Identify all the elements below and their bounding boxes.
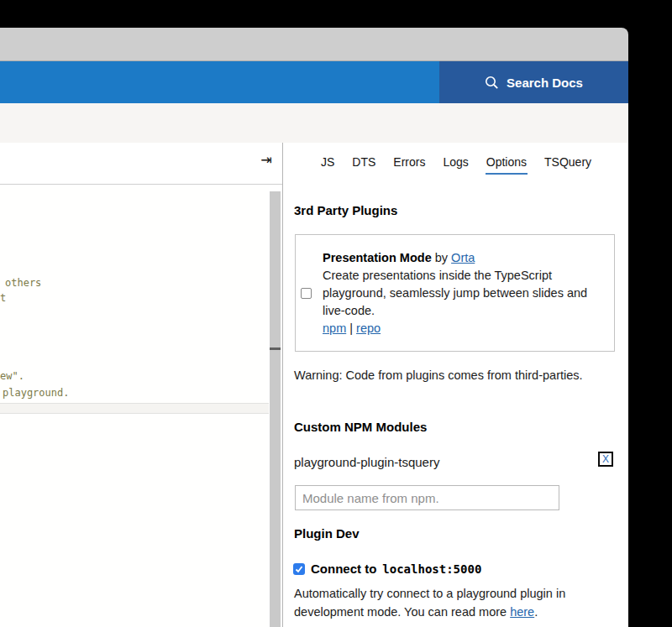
- top-navbar: Search Docs: [0, 61, 628, 103]
- sidebar-collapse-icon[interactable]: ⇥: [261, 154, 272, 167]
- search-docs-label: Search Docs: [507, 76, 583, 90]
- tab-dts[interactable]: DTS: [351, 154, 376, 175]
- code-fragment: playground.: [3, 387, 69, 399]
- code-fragment: t: [0, 292, 6, 304]
- connect-localhost-row: Connect to localhost:5000: [293, 562, 481, 576]
- tab-options[interactable]: Options: [486, 154, 528, 175]
- search-docs-button[interactable]: Search Docs: [439, 61, 628, 103]
- tab-tsquery[interactable]: TSQuery: [543, 154, 592, 175]
- code-fragment: others: [5, 277, 41, 289]
- plugin-enable-checkbox[interactable]: [301, 288, 312, 299]
- editor-toolbar: ⇥: [0, 143, 282, 185]
- scrollbar-marker: [270, 347, 281, 350]
- connect-label: Connect to: [311, 562, 376, 576]
- remove-module-button[interactable]: X: [598, 452, 613, 467]
- screen: Search Docs ⇥ others t ew". playground. …: [0, 0, 672, 627]
- editor-scrollbar[interactable]: [270, 191, 281, 627]
- plugin-title: Presentation Mode: [323, 251, 432, 264]
- plugin-repo-link[interactable]: repo: [356, 321, 381, 335]
- plugin-by-label: by: [435, 251, 448, 264]
- window-titlebar: [0, 28, 628, 61]
- plugins-warning-text: Warning: Code from plugins comes from th…: [294, 366, 591, 384]
- plugin-links: npm | repo: [323, 320, 591, 337]
- editor-section-band: [0, 403, 269, 414]
- tab-errors[interactable]: Errors: [392, 154, 426, 175]
- tab-logs[interactable]: Logs: [442, 154, 469, 175]
- plugin-dev-here-link[interactable]: here: [510, 605, 534, 619]
- plugin-description: Create presentations inside the TypeScri…: [323, 267, 591, 320]
- third-party-plugins-heading: 3rd Party Plugins: [294, 203, 397, 217]
- code-editor-pane: ⇥ others t ew". playground.: [0, 143, 282, 627]
- subnav-band: [0, 103, 628, 143]
- tab-js[interactable]: JS: [320, 154, 335, 175]
- connect-checkbox-checked[interactable]: [293, 563, 305, 575]
- plugin-dev-description-period: .: [534, 605, 538, 619]
- custom-module-name: playground-plugin-tsquery: [294, 455, 439, 469]
- plugin-link-separator: |: [349, 321, 353, 335]
- main-content: ⇥ others t ew". playground. JS DTS Error…: [0, 143, 628, 627]
- connect-host: localhost:5000: [382, 562, 481, 576]
- panel-tabs: JS DTS Errors Logs Options TSQuery: [284, 154, 628, 175]
- checkmark-icon: [295, 565, 303, 573]
- module-name-input[interactable]: [295, 485, 559, 510]
- plugin-dev-heading: Plugin Dev: [294, 526, 360, 541]
- pane-divider[interactable]: [282, 143, 283, 627]
- plugin-npm-link[interactable]: npm: [323, 321, 346, 335]
- plugin-card-text: Presentation Mode by Orta Create present…: [323, 249, 591, 337]
- plugin-dev-description: Automatically try connect to a playgroun…: [294, 584, 617, 621]
- code-fragment: ew".: [0, 370, 24, 382]
- custom-npm-modules-heading: Custom NPM Modules: [294, 420, 427, 434]
- plugin-author-link[interactable]: Orta: [451, 251, 475, 264]
- plugin-card-presentation-mode: Presentation Mode by Orta Create present…: [295, 234, 615, 352]
- search-icon: [485, 76, 499, 90]
